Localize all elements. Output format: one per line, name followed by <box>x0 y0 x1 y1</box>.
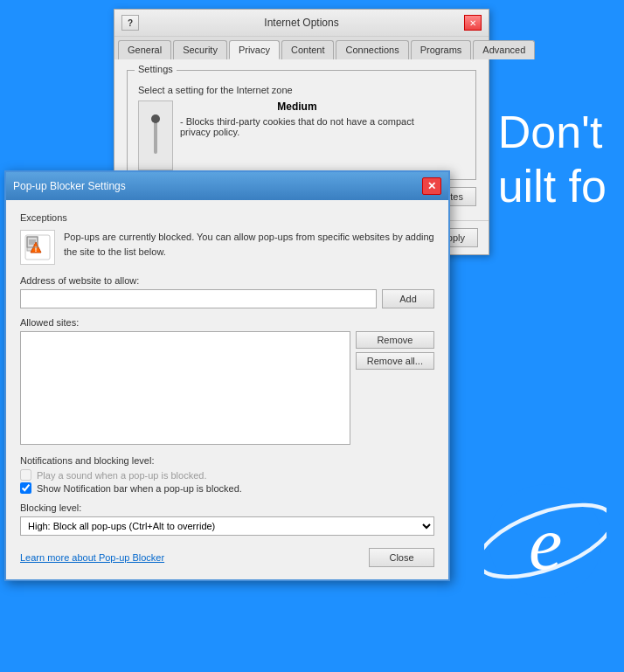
tab-connections[interactable]: Connections <box>336 40 408 59</box>
address-row: Add <box>20 289 434 308</box>
remove-all-button[interactable]: Remove all... <box>356 352 434 370</box>
address-label: Address of website to allow: <box>20 275 434 286</box>
internet-options-help-btn[interactable]: ? <box>121 15 139 31</box>
remove-button[interactable]: Remove <box>356 331 434 349</box>
background-text: Don't uilt fo <box>481 87 624 232</box>
info-box: ! Pop-ups are currently blocked. You can… <box>20 230 434 265</box>
tab-privacy[interactable]: Privacy <box>229 40 280 59</box>
internet-options-close-btn[interactable]: ✕ <box>464 15 482 31</box>
address-input[interactable] <box>20 289 377 308</box>
add-button[interactable]: Add <box>382 289 434 308</box>
internet-options-titlebar: ? Internet Options ✕ <box>114 10 489 37</box>
popup-close-btn[interactable]: ✕ <box>422 177 441 195</box>
ie-logo: e <box>484 480 607 602</box>
notifications-section: Notifications and blocking level: Play a… <box>20 455 434 494</box>
popup-content: Exceptions ! Pop-ups are currently block… <box>6 200 448 579</box>
medium-desc1: - Blocks third-party cookies that do not… <box>180 116 414 127</box>
settings-section: Settings Select a setting for the Intern… <box>127 70 476 180</box>
allowed-sites-list[interactable] <box>20 331 350 445</box>
blocking-level-select[interactable]: High: Block all pop-ups (Ctrl+Alt to ove… <box>20 516 434 536</box>
svg-text:!: ! <box>35 245 38 253</box>
popup-dialog-title: Pop-up Blocker Settings <box>13 180 126 192</box>
settings-group-label: Settings <box>135 64 177 74</box>
tab-programs[interactable]: Programs <box>411 40 472 59</box>
medium-desc2: privacy policy. <box>180 127 414 137</box>
play-sound-label: Play a sound when a pop-up is blocked. <box>37 470 206 481</box>
action-buttons: Remove Remove all... <box>356 331 434 445</box>
popup-titlebar: Pop-up Blocker Settings ✕ <box>6 172 448 200</box>
learn-more-link[interactable]: Learn more about Pop-up Blocker <box>20 552 164 563</box>
tab-general[interactable]: General <box>118 40 171 59</box>
exceptions-label: Exceptions <box>20 212 434 223</box>
medium-heading: Medium <box>180 100 414 113</box>
checkbox-row-1: Play a sound when a pop-up is blocked. <box>20 469 434 481</box>
tabs-container: General Security Privacy Content Connect… <box>114 37 489 59</box>
internet-options-title: Internet Options <box>139 17 464 29</box>
blocking-label: Blocking level: <box>20 502 434 513</box>
show-notification-checkbox[interactable] <box>20 482 31 494</box>
allowed-row: Remove Remove all... <box>20 331 434 445</box>
popup-info-icon: ! <box>20 230 55 265</box>
notifications-label: Notifications and blocking level: <box>20 455 434 466</box>
popup-info-text: Pop-ups are currently blocked. You can a… <box>64 230 434 259</box>
tab-content[interactable]: Content <box>281 40 335 59</box>
play-sound-checkbox[interactable] <box>20 469 31 481</box>
checkbox-row-2: Show Notification bar when a pop-up is b… <box>20 482 434 494</box>
popup-blocker-dialog: Pop-up Blocker Settings ✕ Exceptions ! <box>4 170 450 581</box>
close-dialog-button[interactable]: Close <box>369 548 434 567</box>
allowed-label: Allowed sites: <box>20 317 434 328</box>
select-setting-text: Select a setting for the Internet zone <box>138 85 465 95</box>
tab-security[interactable]: Security <box>173 40 227 59</box>
tab-advanced[interactable]: Advanced <box>473 40 535 59</box>
popup-footer: Learn more about Pop-up Blocker Close <box>20 544 434 567</box>
show-notification-label: Show Notification bar when a pop-up is b… <box>37 483 242 494</box>
